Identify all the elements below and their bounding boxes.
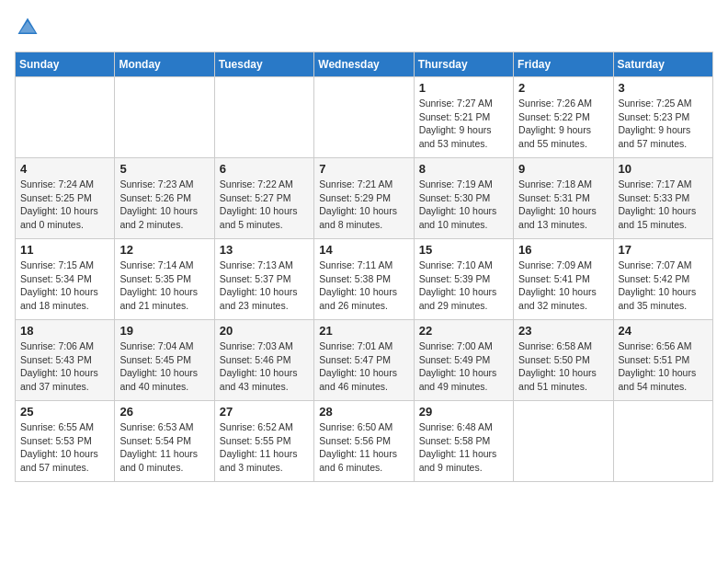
day-number: 7	[319, 162, 408, 176]
day-number: 19	[119, 324, 209, 338]
header-cell-wednesday: Wednesday	[314, 52, 414, 77]
calendar-cell: 14Sunrise: 7:11 AMSunset: 5:38 PMDayligh…	[314, 239, 414, 320]
calendar-week-3: 11Sunrise: 7:15 AMSunset: 5:34 PMDayligh…	[16, 239, 713, 320]
day-number: 20	[220, 324, 309, 338]
day-number: 5	[119, 162, 209, 176]
calendar-header: SundayMondayTuesdayWednesdayThursdayFrid…	[16, 52, 713, 77]
calendar-cell	[16, 77, 115, 158]
day-info: Sunrise: 7:25 AMSunset: 5:23 PMDaylight:…	[619, 97, 708, 151]
day-number: 14	[319, 243, 408, 257]
day-number: 10	[619, 162, 708, 176]
header-cell-friday: Friday	[514, 52, 613, 77]
day-number: 24	[619, 324, 708, 338]
day-number: 11	[20, 243, 109, 257]
day-info: Sunrise: 7:15 AMSunset: 5:34 PMDaylight:…	[20, 259, 109, 313]
calendar-cell: 13Sunrise: 7:13 AMSunset: 5:37 PMDayligh…	[214, 239, 313, 320]
calendar-cell: 15Sunrise: 7:10 AMSunset: 5:39 PMDayligh…	[414, 239, 513, 320]
day-number: 9	[518, 162, 608, 176]
logo	[15, 15, 44, 40]
calendar-cell: 8Sunrise: 7:19 AMSunset: 5:30 PMDaylight…	[414, 158, 513, 239]
day-info: Sunrise: 7:09 AMSunset: 5:41 PMDaylight:…	[518, 259, 608, 313]
day-info: Sunrise: 7:24 AMSunset: 5:25 PMDaylight:…	[20, 178, 109, 232]
day-number: 18	[20, 324, 109, 338]
calendar-cell	[613, 401, 712, 482]
calendar-cell: 11Sunrise: 7:15 AMSunset: 5:34 PMDayligh…	[16, 239, 115, 320]
calendar-body: 1Sunrise: 7:27 AMSunset: 5:21 PMDaylight…	[16, 77, 713, 482]
day-info: Sunrise: 6:56 AMSunset: 5:51 PMDaylight:…	[619, 339, 708, 394]
day-info: Sunrise: 7:07 AMSunset: 5:42 PMDaylight:…	[619, 259, 708, 313]
calendar-cell: 2Sunrise: 7:26 AMSunset: 5:22 PMDaylight…	[514, 77, 613, 158]
day-info: Sunrise: 7:06 AMSunset: 5:43 PMDaylight:…	[20, 339, 109, 394]
day-info: Sunrise: 7:11 AMSunset: 5:38 PMDaylight:…	[319, 259, 408, 313]
day-number: 3	[619, 81, 708, 95]
day-info: Sunrise: 6:53 AMSunset: 5:54 PMDaylight:…	[119, 420, 209, 475]
logo-icon	[15, 15, 40, 40]
calendar-cell: 25Sunrise: 6:55 AMSunset: 5:53 PMDayligh…	[16, 401, 115, 482]
day-number: 6	[220, 162, 309, 176]
calendar-cell: 10Sunrise: 7:17 AMSunset: 5:33 PMDayligh…	[613, 158, 712, 239]
day-number: 4	[20, 162, 109, 176]
header-cell-tuesday: Tuesday	[214, 52, 313, 77]
calendar-cell: 5Sunrise: 7:23 AMSunset: 5:26 PMDaylight…	[115, 158, 214, 239]
calendar-cell	[115, 77, 214, 158]
calendar-cell: 19Sunrise: 7:04 AMSunset: 5:45 PMDayligh…	[115, 320, 214, 401]
calendar-cell	[314, 77, 414, 158]
calendar-cell: 12Sunrise: 7:14 AMSunset: 5:35 PMDayligh…	[115, 239, 214, 320]
day-number: 26	[119, 405, 209, 419]
calendar-cell: 28Sunrise: 6:50 AMSunset: 5:56 PMDayligh…	[314, 401, 414, 482]
day-info: Sunrise: 7:00 AMSunset: 5:49 PMDaylight:…	[419, 339, 508, 394]
day-info: Sunrise: 7:22 AMSunset: 5:27 PMDaylight:…	[220, 178, 309, 232]
header-cell-sunday: Sunday	[16, 52, 115, 77]
calendar-cell: 27Sunrise: 6:52 AMSunset: 5:55 PMDayligh…	[214, 401, 313, 482]
calendar-cell	[514, 401, 613, 482]
day-number: 2	[518, 81, 608, 95]
header-row: SundayMondayTuesdayWednesdayThursdayFrid…	[16, 52, 713, 77]
day-info: Sunrise: 6:50 AMSunset: 5:56 PMDaylight:…	[319, 420, 408, 475]
day-number: 17	[619, 243, 708, 257]
calendar-cell: 24Sunrise: 6:56 AMSunset: 5:51 PMDayligh…	[613, 320, 712, 401]
day-number: 21	[319, 324, 408, 338]
calendar-table: SundayMondayTuesdayWednesdayThursdayFrid…	[15, 52, 713, 482]
page-header	[15, 15, 713, 40]
day-info: Sunrise: 7:10 AMSunset: 5:39 PMDaylight:…	[419, 259, 508, 313]
header-cell-thursday: Thursday	[414, 52, 513, 77]
day-info: Sunrise: 7:21 AMSunset: 5:29 PMDaylight:…	[319, 178, 408, 232]
calendar-week-2: 4Sunrise: 7:24 AMSunset: 5:25 PMDaylight…	[16, 158, 713, 239]
calendar-cell: 26Sunrise: 6:53 AMSunset: 5:54 PMDayligh…	[115, 401, 214, 482]
day-number: 12	[119, 243, 209, 257]
day-info: Sunrise: 7:18 AMSunset: 5:31 PMDaylight:…	[518, 178, 608, 232]
calendar-cell: 17Sunrise: 7:07 AMSunset: 5:42 PMDayligh…	[613, 239, 712, 320]
header-cell-monday: Monday	[115, 52, 214, 77]
day-info: Sunrise: 7:19 AMSunset: 5:30 PMDaylight:…	[419, 178, 508, 232]
day-number: 23	[518, 324, 608, 338]
day-info: Sunrise: 7:26 AMSunset: 5:22 PMDaylight:…	[518, 97, 608, 151]
day-number: 29	[419, 405, 508, 419]
calendar-week-5: 25Sunrise: 6:55 AMSunset: 5:53 PMDayligh…	[16, 401, 713, 482]
day-number: 22	[419, 324, 508, 338]
calendar-cell: 4Sunrise: 7:24 AMSunset: 5:25 PMDaylight…	[16, 158, 115, 239]
day-number: 25	[20, 405, 109, 419]
day-number: 28	[319, 405, 408, 419]
day-info: Sunrise: 6:48 AMSunset: 5:58 PMDaylight:…	[419, 420, 508, 475]
calendar-cell: 6Sunrise: 7:22 AMSunset: 5:27 PMDaylight…	[214, 158, 313, 239]
day-info: Sunrise: 7:01 AMSunset: 5:47 PMDaylight:…	[319, 339, 408, 394]
day-info: Sunrise: 7:13 AMSunset: 5:37 PMDaylight:…	[220, 259, 309, 313]
header-cell-saturday: Saturday	[613, 52, 712, 77]
day-number: 16	[518, 243, 608, 257]
day-info: Sunrise: 7:27 AMSunset: 5:21 PMDaylight:…	[419, 97, 508, 151]
calendar-cell: 29Sunrise: 6:48 AMSunset: 5:58 PMDayligh…	[414, 401, 513, 482]
calendar-cell: 7Sunrise: 7:21 AMSunset: 5:29 PMDaylight…	[314, 158, 414, 239]
day-info: Sunrise: 6:58 AMSunset: 5:50 PMDaylight:…	[518, 339, 608, 394]
day-number: 13	[220, 243, 309, 257]
day-info: Sunrise: 6:52 AMSunset: 5:55 PMDaylight:…	[220, 420, 309, 475]
day-number: 15	[419, 243, 508, 257]
day-info: Sunrise: 7:14 AMSunset: 5:35 PMDaylight:…	[119, 259, 209, 313]
day-number: 1	[419, 81, 508, 95]
day-info: Sunrise: 7:03 AMSunset: 5:46 PMDaylight:…	[220, 339, 309, 394]
calendar-cell: 20Sunrise: 7:03 AMSunset: 5:46 PMDayligh…	[214, 320, 313, 401]
calendar-week-4: 18Sunrise: 7:06 AMSunset: 5:43 PMDayligh…	[16, 320, 713, 401]
calendar-cell: 3Sunrise: 7:25 AMSunset: 5:23 PMDaylight…	[613, 77, 712, 158]
calendar-week-1: 1Sunrise: 7:27 AMSunset: 5:21 PMDaylight…	[16, 77, 713, 158]
calendar-cell: 18Sunrise: 7:06 AMSunset: 5:43 PMDayligh…	[16, 320, 115, 401]
day-number: 8	[419, 162, 508, 176]
